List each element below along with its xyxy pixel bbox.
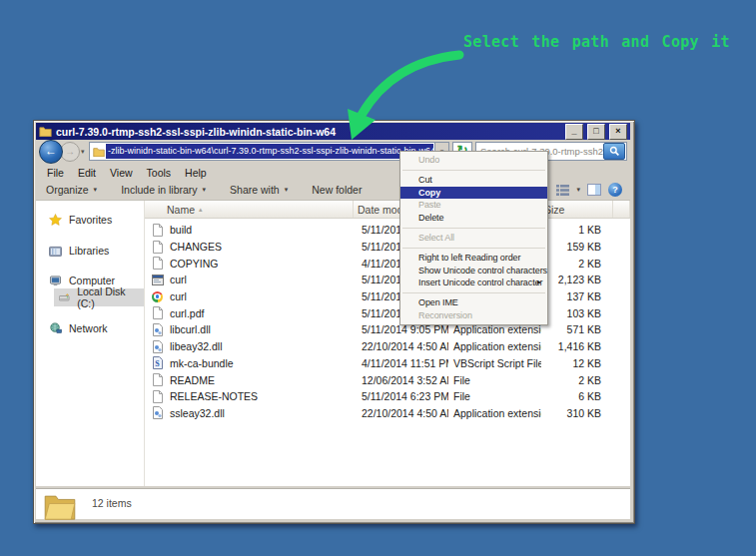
menu-item-cut[interactable]: Cut: [400, 174, 547, 187]
annotation-arrow-icon: [325, 40, 484, 150]
sidebar-label: Libraries: [69, 245, 109, 257]
menu-separator: [402, 170, 545, 171]
sidebar-label: Favorites: [69, 214, 112, 226]
chevron-down-icon: ▾: [285, 186, 289, 194]
sidebar-item-libraries[interactable]: Libraries: [44, 242, 114, 260]
menu-item-rtl-reading-order[interactable]: Right to left Reading order: [400, 252, 547, 265]
table-row[interactable]: README 12/06/2014 3:52 AM File 2 KB: [145, 371, 630, 388]
menu-tools[interactable]: Tools: [140, 167, 179, 179]
table-row[interactable]: curl 5/11/201 2,123 KB: [145, 272, 630, 288]
table-row[interactable]: ssleay32.dll 22/10/2014 4:50 AM Applicat…: [145, 405, 630, 422]
file-date: 22/10/2014 4:50 AM: [354, 340, 448, 352]
annotation-text: Select the path and Copy it: [463, 33, 730, 51]
sidebar-label: Local Disk (C:): [77, 285, 132, 309]
table-row[interactable]: curl 5/11/201 137 KB: [145, 288, 630, 305]
menu-item-label: Insert Unicode control character: [418, 278, 542, 287]
menu-separator: [402, 248, 545, 249]
maximize-button[interactable]: □: [587, 124, 605, 140]
file-name: curl: [170, 290, 187, 302]
table-row[interactable]: RELEASE-NOTES 5/11/2014 6:23 PM File 6 K…: [145, 388, 630, 405]
hard-drive-icon: [59, 292, 70, 302]
file-size: 310 KB: [541, 407, 613, 419]
file-type: VBScript Script File: [448, 357, 541, 369]
file-name: libcurl.dll: [170, 323, 211, 335]
file-date: 22/10/2014 4:50 AM: [354, 407, 448, 419]
preview-pane-icon[interactable]: [587, 184, 601, 196]
document-icon: [151, 373, 164, 386]
folder-icon: [39, 126, 52, 137]
column-label: Name: [167, 204, 195, 216]
menu-view[interactable]: View: [103, 167, 140, 179]
search-button[interactable]: [603, 143, 625, 160]
close-button[interactable]: ×: [609, 124, 627, 140]
submenu-arrow-icon: ▸: [537, 277, 541, 289]
file-type: Application extension: [448, 407, 541, 419]
forward-button[interactable]: →: [60, 142, 80, 162]
menu-item-insert-unicode-char[interactable]: Insert Unicode control character ▸: [400, 277, 547, 289]
menu-item-undo: Undo: [400, 154, 547, 167]
column-headers: Name ▴ Date modified Type Size: [145, 201, 630, 219]
menu-item-open-ime[interactable]: Open IME: [400, 296, 547, 309]
search-icon: [609, 146, 620, 157]
file-type: File: [448, 390, 541, 402]
sort-ascending-icon: ▴: [199, 206, 203, 214]
file-size: 103 KB: [541, 307, 613, 319]
chevron-down-icon: ▾: [203, 186, 207, 194]
table-row[interactable]: curl.pdf 5/11/201 103 KB: [145, 304, 630, 321]
document-icon: [151, 241, 164, 254]
navigation-pane: Favorites Libraries Computer: [36, 201, 145, 486]
file-size: 6 KB: [541, 390, 613, 402]
menu-item-select-all: Select All: [400, 232, 547, 245]
table-row[interactable]: libcurl.dll 5/11/2014 9:05 PM Applicatio…: [145, 321, 630, 338]
file-name: mk-ca-bundle: [170, 357, 234, 369]
column-header-blank: [613, 201, 630, 218]
application-icon: [151, 274, 164, 286]
views-dropdown[interactable]: ▾: [576, 186, 580, 194]
organize-button[interactable]: Organize ▾: [46, 184, 97, 196]
help-button[interactable]: ?: [608, 183, 622, 197]
sidebar-item-local-disk-c[interactable]: Local Disk (C:): [54, 288, 144, 306]
menu-item-reconversion: Reconversion: [400, 309, 547, 322]
table-row[interactable]: COPYING 4/11/201 2 KB: [145, 255, 630, 272]
chrome-html-icon: [151, 290, 164, 303]
sidebar-item-favorites[interactable]: Favorites: [44, 211, 117, 229]
file-date: 12/06/2014 3:52 AM: [354, 374, 448, 386]
document-icon: [151, 224, 164, 237]
network-icon: [49, 322, 62, 334]
table-row[interactable]: build 5/11/201 1 KB: [145, 222, 630, 239]
window-title: curl-7.39.0-rtmp-ssh2-ssl-sspi-zlib-wini…: [56, 126, 561, 138]
file-rows: build 5/11/201 1 KB CHANGES 5/11/201 159…: [145, 222, 630, 421]
file-name: libeay32.dll: [170, 340, 223, 352]
file-date: 5/11/2014 9:05 PM: [354, 323, 448, 335]
sidebar-item-network[interactable]: Network: [44, 319, 113, 337]
dll-icon: [151, 406, 164, 419]
include-in-library-button[interactable]: Include in library ▾: [121, 184, 206, 196]
minimize-button[interactable]: _: [565, 124, 583, 140]
menu-item-delete[interactable]: Delete: [400, 212, 547, 225]
file-list: Name ▴ Date modified Type Size build 5/1…: [145, 201, 630, 486]
column-header-size[interactable]: Size: [541, 201, 613, 218]
file-size: 2,123 KB: [541, 274, 613, 285]
menu-file[interactable]: File: [40, 167, 71, 179]
table-row[interactable]: CHANGES 5/11/201 159 KB: [145, 239, 630, 256]
file-size: 2 KB: [541, 258, 613, 270]
menu-help[interactable]: Help: [178, 167, 214, 179]
table-row[interactable]: Smk-ca-bundle 4/11/2014 11:51 PM VBScrip…: [145, 355, 630, 372]
menu-item-copy[interactable]: Copy: [400, 187, 547, 200]
back-button[interactable]: ←: [39, 140, 63, 164]
nav-history-dropdown[interactable]: ▾: [81, 148, 85, 156]
menu-item-show-unicode-chars[interactable]: Show Unicode control characters: [400, 265, 547, 278]
share-with-button[interactable]: Share with ▾: [230, 184, 288, 196]
menu-item-paste: Paste: [400, 199, 547, 212]
file-date: 4/11/2014 11:51 PM: [354, 357, 448, 369]
file-name: curl: [170, 274, 187, 285]
vbscript-icon: S: [151, 356, 164, 369]
views-icon[interactable]: [556, 185, 569, 196]
new-folder-button[interactable]: New folder: [312, 184, 362, 196]
column-header-name[interactable]: Name ▴: [145, 201, 354, 218]
file-size: 571 KB: [541, 323, 613, 335]
table-row[interactable]: libeay32.dll 22/10/2014 4:50 AM Applicat…: [145, 338, 630, 355]
menu-edit[interactable]: Edit: [71, 167, 103, 179]
file-name: build: [170, 224, 192, 236]
dll-icon: [151, 323, 164, 336]
